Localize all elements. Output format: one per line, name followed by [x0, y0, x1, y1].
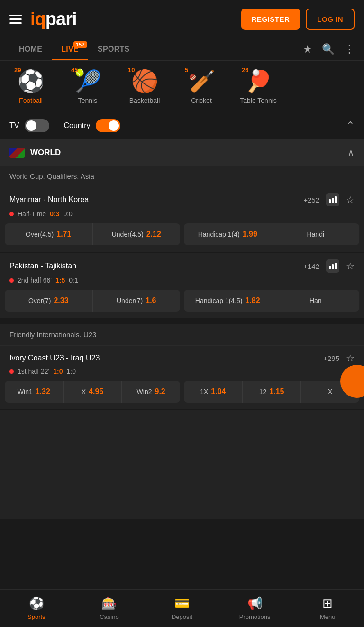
competition-friendly: Friendly Internationals. U23	[0, 319, 364, 346]
tv-filter: TV	[9, 119, 49, 132]
ivory-score-orange: 1:0	[53, 368, 63, 375]
country-toggle[interactable]	[96, 119, 120, 132]
bottom-nav-sports[interactable]: ⚽ Sports	[0, 591, 73, 625]
deposit-nav-icon: 💳	[174, 596, 190, 611]
header-left: iqpari	[9, 9, 76, 29]
myanmar-score-white: 0:0	[63, 210, 72, 218]
match-myanmar-star[interactable]: ☆	[346, 194, 355, 205]
match-pakistan-star[interactable]: ☆	[346, 260, 355, 272]
nav-icons: ★ 🔍 ⋮	[303, 43, 355, 55]
myanmar-odds-right: Handicap 1(4) 1.99 Handi	[184, 223, 359, 245]
football-icon: ⚽	[18, 68, 45, 94]
pakistan-handicap-btn[interactable]: Handicap 1(4.5) 1.82	[184, 290, 272, 312]
match-ivory-star[interactable]: ☆	[346, 352, 355, 364]
match-ivory-info: Ivory Coast U23 - Iraq U23 +295 ☆	[0, 346, 364, 368]
tab-live[interactable]: LIVE 157	[52, 38, 88, 60]
competition-wc-asia: World Cup. Qualifiers. Asia	[0, 166, 364, 186]
nav-tabs: HOME LIVE 157 SPORTS ★ 🔍 ⋮	[0, 38, 364, 61]
ivory-win2-btn[interactable]: Win2 9.2	[122, 381, 180, 403]
pakistan-odds-left: Over(7) 2.33 Under(7) 1.6	[5, 290, 180, 312]
world-collapse-icon[interactable]: ∧	[347, 147, 355, 158]
pakistan-over-btn[interactable]: Over(7) 2.33	[5, 290, 93, 312]
football-label: Football	[19, 97, 43, 104]
search-icon[interactable]: 🔍	[322, 43, 335, 55]
match-myanmar-info: Myanmar - North Korea +252 ☆	[0, 186, 364, 210]
collapse-icon[interactable]: ⌃	[346, 120, 355, 132]
sport-item-football[interactable]: 29 ⚽ Football	[5, 68, 57, 104]
menu-nav-label: Menu	[320, 613, 336, 620]
pakistan-under-btn[interactable]: Under(7) 1.6	[93, 290, 181, 312]
logo: iqpari	[30, 9, 76, 29]
sport-item-cricket[interactable]: 5 🏏 Cricket	[175, 68, 228, 104]
bottom-nav-casino[interactable]: 🎰 Casino	[73, 591, 146, 625]
football-count: 29	[14, 66, 21, 74]
table-tennis-count: 26	[242, 66, 248, 74]
myanmar-over-btn[interactable]: Over(4.5) 1.71	[5, 223, 93, 245]
sport-item-tennis[interactable]: 45 🎾 Tennis	[62, 68, 114, 104]
myanmar-handi-btn[interactable]: Handi	[272, 223, 360, 245]
header-buttons: REGISTER LOG IN	[241, 9, 355, 30]
match-pakistan-meta: +142 ☆	[303, 259, 355, 273]
match-myanmar-meta: +252 ☆	[303, 193, 355, 206]
match-myanmar-count: +252	[303, 196, 319, 204]
login-button[interactable]: LOG IN	[306, 9, 355, 30]
logo-pari: pari	[46, 9, 77, 29]
myanmar-handicap-btn[interactable]: Handicap 1(4) 1.99	[184, 223, 272, 245]
sports-nav-icon: ⚽	[29, 596, 44, 611]
myanmar-odds-row: Over(4.5) 1.71 Under(4.5) 2.12 Handicap …	[0, 223, 364, 252]
match-myanmar-status: Half-Time 0:3 0:0	[0, 210, 364, 223]
register-button[interactable]: REGISTER	[241, 9, 300, 30]
pakistan-status-text: 2nd half 66'	[18, 277, 52, 284]
chart-icon[interactable]	[326, 193, 339, 206]
deposit-nav-label: Deposit	[172, 613, 192, 620]
promotions-nav-icon: 📢	[247, 596, 263, 611]
tab-home[interactable]: HOME	[9, 38, 52, 60]
menu-nav-icon: ⊞	[322, 596, 333, 611]
casino-nav-label: Casino	[100, 613, 118, 620]
basketball-label: Basketball	[129, 97, 160, 104]
ivory-odds-right: 1X 1.04 12 1.15 X	[184, 381, 359, 403]
ivory-1x-btn[interactable]: 1X 1.04	[184, 381, 243, 403]
svg-rect-5	[335, 263, 337, 269]
sport-item-table-tennis[interactable]: 26 🏓 Table Tennis	[232, 68, 284, 104]
match-pakistan-name: Pakistan - Tajikistan	[9, 262, 76, 270]
tv-label: TV	[9, 121, 19, 130]
star-icon[interactable]: ★	[303, 43, 312, 55]
sport-item-basketball[interactable]: 10 🏀 Basketball	[118, 68, 171, 104]
match-pakistan-status: 2nd half 66' 1:5 0:1	[0, 277, 364, 290]
ivory-x-btn[interactable]: X 4.95	[64, 381, 122, 403]
pakistan-han-btn[interactable]: Han	[272, 290, 360, 312]
casino-nav-icon: 🎰	[101, 596, 117, 611]
world-flag-icon	[9, 148, 25, 158]
tab-sports[interactable]: SPORTS	[88, 38, 139, 60]
country-label: Country	[64, 121, 90, 130]
live-dot	[9, 212, 14, 216]
hamburger-menu[interactable]	[9, 15, 22, 24]
tennis-label: Tennis	[78, 97, 97, 104]
more-icon[interactable]: ⋮	[344, 43, 355, 55]
basketball-icon: 🏀	[131, 68, 158, 94]
logo-iq: iq	[30, 9, 46, 29]
bottom-nav-menu[interactable]: ⊞ Menu	[291, 591, 364, 625]
filter-bar: TV Country ⌃	[0, 112, 364, 139]
myanmar-status-text: Half-Time	[18, 210, 46, 218]
chart-icon-2[interactable]	[326, 259, 339, 273]
ivory-12-btn[interactable]: 12 1.15	[243, 381, 301, 403]
svg-rect-0	[329, 199, 331, 203]
ivory-win1-btn[interactable]: Win1 1.32	[5, 381, 64, 403]
ivory-score-white: 1:0	[67, 368, 76, 375]
bottom-nav-deposit[interactable]: 💳 Deposit	[146, 591, 218, 625]
promotions-nav-label: Promotions	[239, 613, 271, 620]
myanmar-odds-left: Over(4.5) 1.71 Under(4.5) 2.12	[5, 223, 180, 245]
content: WORLD ∧ World Cup. Qualifiers. Asia Myan…	[0, 139, 364, 519]
match-pakistan-count: +142	[303, 262, 319, 270]
table-tennis-label: Table Tennis	[240, 97, 277, 104]
ivory-status-text: 1st half 22'	[18, 368, 49, 375]
world-title: WORLD	[9, 148, 61, 158]
match-ivory-meta: +295 ☆	[323, 352, 355, 364]
tv-toggle[interactable]	[25, 119, 49, 132]
bottom-nav-promotions[interactable]: 📢 Promotions	[218, 591, 291, 625]
myanmar-under-btn[interactable]: Under(4.5) 2.12	[93, 223, 181, 245]
world-title-text: WORLD	[30, 148, 61, 157]
live-badge: 157	[73, 41, 87, 48]
